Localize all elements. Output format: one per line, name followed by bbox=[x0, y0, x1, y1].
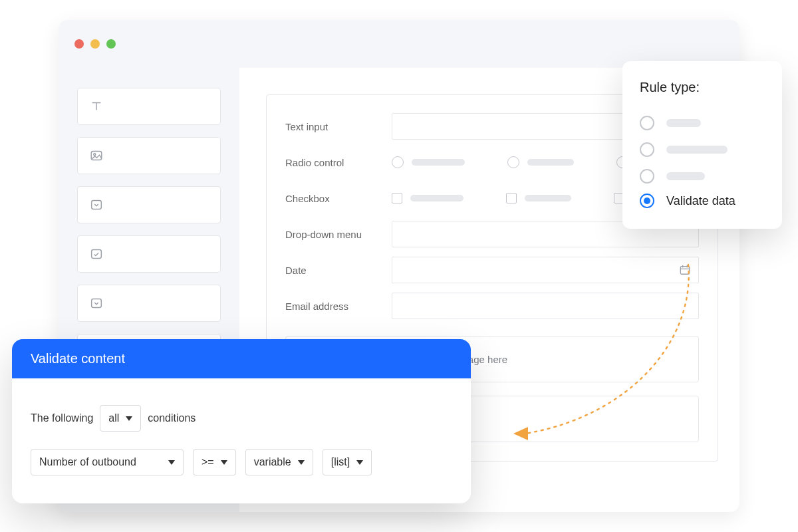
placeholder-skeleton bbox=[410, 195, 464, 201]
radio-icon bbox=[640, 142, 654, 157]
checkbox-icon bbox=[392, 193, 402, 203]
placeholder-skeleton bbox=[412, 159, 465, 166]
svg-rect-3 bbox=[92, 250, 102, 259]
value-value: [list] bbox=[331, 456, 350, 468]
row-date: Date bbox=[285, 252, 699, 288]
popover-title: Rule type: bbox=[640, 80, 766, 95]
row-field bbox=[392, 293, 699, 319]
rule-type-option[interactable] bbox=[640, 163, 766, 190]
row-label: Checkbox bbox=[285, 193, 392, 204]
chevron-down-icon bbox=[356, 460, 363, 465]
svg-rect-5 bbox=[680, 267, 689, 275]
rule-type-option-validate-data[interactable]: Validate data bbox=[640, 194, 766, 209]
chevron-down-box-icon bbox=[88, 197, 104, 213]
rule-type-label: Validate data bbox=[666, 194, 735, 209]
email-input[interactable] bbox=[392, 293, 699, 319]
card-header: Validate content bbox=[12, 339, 471, 378]
operator-picker[interactable]: >= bbox=[193, 449, 236, 475]
validate-content-card: Validate content The following all condi… bbox=[12, 339, 471, 503]
palette-item-dropdown[interactable] bbox=[77, 186, 221, 223]
minimize-window-button[interactable] bbox=[90, 39, 100, 49]
chevron-down-icon bbox=[298, 460, 305, 465]
value-type-picker[interactable]: variable bbox=[245, 449, 313, 475]
chevron-down-icon bbox=[221, 460, 227, 465]
date-input[interactable] bbox=[392, 257, 699, 283]
placeholder-skeleton bbox=[666, 172, 705, 180]
zoom-window-button[interactable] bbox=[106, 39, 116, 49]
placeholder-skeleton bbox=[527, 159, 574, 166]
rule-type-option[interactable] bbox=[640, 110, 766, 136]
row-label: Radio control bbox=[285, 157, 392, 168]
radio-icon bbox=[640, 116, 654, 130]
palette-item-select[interactable] bbox=[77, 285, 221, 322]
rule-type-option[interactable] bbox=[640, 136, 766, 163]
radio-icon bbox=[640, 169, 654, 184]
palette-item-checkbox[interactable] bbox=[77, 235, 221, 273]
text-icon bbox=[88, 98, 104, 114]
row-email: Email address bbox=[285, 288, 699, 324]
checkbox-option[interactable] bbox=[392, 193, 464, 203]
field-picker[interactable]: Number of outbound bbox=[31, 449, 184, 475]
value-type-value: variable bbox=[254, 456, 291, 468]
placeholder-skeleton bbox=[666, 119, 701, 127]
svg-rect-2 bbox=[92, 201, 102, 209]
rule-type-popover: Rule type: Validate data bbox=[622, 61, 782, 229]
checkbox-icon bbox=[506, 193, 517, 203]
row-label: Date bbox=[285, 265, 392, 276]
scope-value: all bbox=[108, 412, 119, 424]
field-value: Number of outbound bbox=[39, 456, 136, 468]
conditions-scope-row: The following all conditions bbox=[31, 405, 452, 432]
placeholder-skeleton bbox=[666, 146, 728, 154]
radio-icon bbox=[507, 156, 519, 168]
conditions-suffix: conditions bbox=[148, 412, 196, 424]
operator-value: >= bbox=[201, 456, 214, 468]
checkbox-option[interactable] bbox=[506, 193, 571, 203]
image-icon bbox=[88, 148, 104, 164]
check-box-icon bbox=[88, 246, 104, 262]
row-label: Drop-down menu bbox=[285, 229, 392, 240]
radio-option[interactable] bbox=[507, 156, 574, 168]
radio-selected-icon bbox=[640, 194, 654, 208]
placeholder-skeleton bbox=[525, 195, 571, 201]
value-picker[interactable]: [list] bbox=[323, 449, 372, 475]
chevron-down-icon bbox=[126, 416, 132, 421]
chevron-down-icon bbox=[168, 460, 175, 465]
condition-row: Number of outbound >= variable [list] bbox=[31, 449, 452, 475]
row-label: Email address bbox=[285, 301, 392, 312]
conditions-prefix: The following bbox=[31, 412, 93, 424]
palette-item-image[interactable] bbox=[77, 137, 221, 174]
radio-icon bbox=[392, 156, 404, 168]
close-window-button[interactable] bbox=[74, 39, 84, 49]
scope-picker[interactable]: all bbox=[100, 405, 141, 432]
svg-point-1 bbox=[94, 154, 96, 156]
chevron-down-box-icon bbox=[88, 295, 104, 311]
palette-item-text[interactable] bbox=[77, 88, 221, 125]
calendar-icon bbox=[678, 263, 692, 279]
card-body: The following all conditions Number of o… bbox=[12, 378, 471, 503]
radio-option[interactable] bbox=[392, 156, 465, 168]
row-field bbox=[392, 257, 699, 283]
svg-rect-4 bbox=[92, 299, 102, 308]
row-label: Text input bbox=[285, 121, 392, 132]
